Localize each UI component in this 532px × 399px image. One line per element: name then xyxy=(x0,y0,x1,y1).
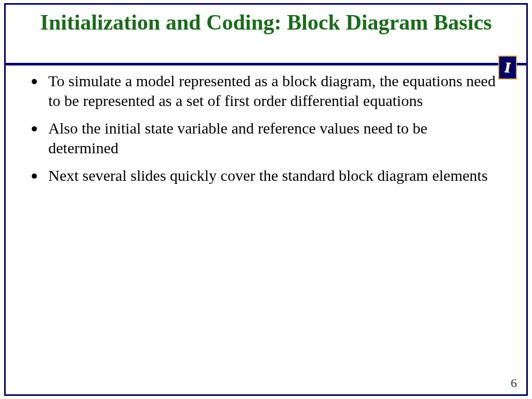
title-divider xyxy=(4,63,528,65)
bullet-text: Also the initial state variable and refe… xyxy=(48,118,500,158)
page-number: 6 xyxy=(511,376,517,390)
bullet-icon xyxy=(32,126,37,131)
bullet-item: To simulate a model represented as a blo… xyxy=(32,71,500,111)
slide-frame: Initialization and Coding: Block Diagram… xyxy=(4,3,528,396)
illinois-logo-icon: I xyxy=(498,56,517,79)
logo-letter: I xyxy=(505,59,511,76)
bullet-text: Next several slides quickly cover the st… xyxy=(48,166,488,185)
bullet-text: To simulate a model represented as a blo… xyxy=(48,71,500,111)
bullet-item: Also the initial state variable and refe… xyxy=(32,118,500,158)
bullet-item: Next several slides quickly cover the st… xyxy=(32,166,500,185)
bullet-icon xyxy=(32,174,37,179)
slide-title: Initialization and Coding: Block Diagram… xyxy=(6,5,526,39)
bullet-icon xyxy=(32,79,37,84)
slide-content: To simulate a model represented as a blo… xyxy=(32,71,500,193)
